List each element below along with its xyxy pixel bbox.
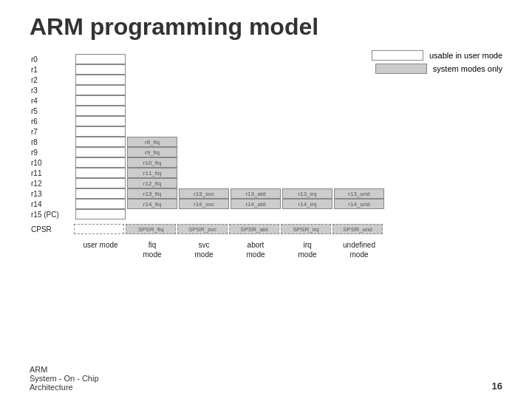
reg-cell-1-5 xyxy=(127,106,177,116)
reg-cell-5-5 xyxy=(334,106,384,116)
reg-label: r8 xyxy=(30,137,72,147)
reg-cell-4-13: r13_irq xyxy=(282,188,332,199)
reg-cell-2-7 xyxy=(179,126,229,137)
bottom-bar: ARM System - On - Chip Architecture 16 xyxy=(0,365,532,392)
cpsr-cell-1: SPSR_fiq xyxy=(126,224,176,234)
reg-label: r10 xyxy=(30,157,72,168)
reg-cell-1-0 xyxy=(127,54,177,64)
reg-labels: r0r1r2r3r4r5r6r7r8r9r10r11r12r13r14r15 (… xyxy=(30,54,72,219)
mode-label-1: fiqmode xyxy=(127,240,177,259)
reg-cell-2-15 xyxy=(179,209,229,219)
mode-label-3: abortmode xyxy=(231,240,281,259)
reg-cell-5-15 xyxy=(334,209,384,219)
reg-cell-1-12: r12_fiq xyxy=(127,178,177,188)
reg-col-0 xyxy=(75,54,126,219)
reg-col-2: r13_svcr14_svc xyxy=(179,54,229,219)
reg-cell-3-7 xyxy=(231,126,281,137)
reg-cell-5-10 xyxy=(334,157,384,168)
reg-cell-1-6 xyxy=(127,116,177,126)
reg-cell-3-10 xyxy=(231,157,281,168)
main-content: r0r1r2r3r4r5r6r7r8r9r10r11r12r13r14r15 (… xyxy=(0,48,532,259)
reg-cell-3-2 xyxy=(231,75,281,85)
reg-cell-2-1 xyxy=(179,64,229,75)
reg-cell-0-13 xyxy=(75,188,126,199)
reg-cell-4-1 xyxy=(282,64,332,75)
reg-cell-1-13: r13_fiq xyxy=(127,188,177,199)
reg-label: r12 xyxy=(30,178,72,188)
reg-label: r13 xyxy=(30,188,72,199)
reg-cell-0-7 xyxy=(75,126,126,137)
reg-cell-5-2 xyxy=(334,75,384,85)
reg-cell-4-4 xyxy=(282,95,332,106)
legend-white-box xyxy=(372,50,423,61)
reg-cell-0-2 xyxy=(75,75,126,85)
reg-label: r7 xyxy=(30,126,72,137)
reg-label: r14 xyxy=(30,199,72,209)
reg-cell-4-0 xyxy=(282,54,332,64)
cpsr-cell-4: SPSR_irq xyxy=(281,224,331,234)
reg-cell-5-9 xyxy=(334,147,384,157)
reg-cell-3-14: r14_abt xyxy=(231,199,281,209)
reg-cell-3-5 xyxy=(231,106,281,116)
reg-cell-3-6 xyxy=(231,116,281,126)
mode-label-4: irqmode xyxy=(282,240,332,259)
reg-cell-4-2 xyxy=(282,75,332,85)
registers-area: r0r1r2r3r4r5r6r7r8r9r10r11r12r13r14r15 (… xyxy=(30,54,502,219)
reg-cell-5-14: r14_und xyxy=(334,199,384,209)
cpsr-row: CPSR SPSR_fiqSPSR_svcSPSR_abtSPSR_irqSPS… xyxy=(30,224,502,234)
reg-cell-2-8 xyxy=(179,137,229,147)
reg-cell-2-3 xyxy=(179,85,229,95)
reg-cell-4-9 xyxy=(282,147,332,157)
reg-cell-3-15 xyxy=(231,209,281,219)
reg-cell-5-8 xyxy=(334,137,384,147)
cpsr-cell-3: SPSR_abt xyxy=(229,224,279,234)
reg-label: r6 xyxy=(30,116,72,126)
reg-cell-4-14: r14_irq xyxy=(282,199,332,209)
footer-subtitle: System - On - Chip Architecture xyxy=(30,374,99,392)
reg-label: r15 (PC) xyxy=(30,209,72,219)
mode-label-0: user mode xyxy=(75,240,126,259)
legend: usable in user mode system modes only xyxy=(372,50,502,74)
reg-cell-3-8 xyxy=(231,137,281,147)
mode-label-2: svcmode xyxy=(179,240,229,259)
reg-col-5: r13_undr14_und xyxy=(334,54,384,219)
reg-cell-1-15 xyxy=(127,209,177,219)
reg-cell-4-8 xyxy=(282,137,332,147)
reg-columns: r8_fiqr9_fiqr10_fiqr11_fiqr12_fiqr13_fiq… xyxy=(75,54,502,219)
reg-label: r4 xyxy=(30,95,72,106)
reg-cell-0-5 xyxy=(75,106,126,116)
reg-cell-1-14: r14_fiq xyxy=(127,199,177,209)
reg-cell-0-14 xyxy=(75,199,126,209)
reg-cell-2-13: r13_svc xyxy=(179,188,229,199)
reg-label: r9 xyxy=(30,147,72,157)
reg-cell-1-4 xyxy=(127,95,177,106)
reg-cell-0-6 xyxy=(75,116,126,126)
reg-cell-1-3 xyxy=(127,85,177,95)
legend-white: usable in user mode xyxy=(372,50,502,61)
reg-cell-4-10 xyxy=(282,157,332,168)
reg-cell-4-7 xyxy=(282,126,332,137)
reg-col-3: r13_abtr14_abt xyxy=(231,54,281,219)
reg-cell-5-4 xyxy=(334,95,384,106)
reg-cell-2-10 xyxy=(179,157,229,168)
reg-cell-2-5 xyxy=(179,106,229,116)
reg-cell-3-9 xyxy=(231,147,281,157)
legend-gray-box xyxy=(375,64,427,74)
reg-cell-2-9 xyxy=(179,147,229,157)
reg-cell-2-0 xyxy=(179,54,229,64)
reg-col-4: r13_irqr14_irq xyxy=(282,54,332,219)
footer-left: ARM System - On - Chip Architecture xyxy=(30,365,99,392)
reg-cell-1-2 xyxy=(127,75,177,85)
reg-cell-5-6 xyxy=(334,116,384,126)
page-number: 16 xyxy=(492,381,502,392)
reg-cell-2-14: r14_svc xyxy=(179,199,229,209)
reg-cell-4-5 xyxy=(282,106,332,116)
reg-cell-0-1 xyxy=(75,64,126,75)
reg-cell-0-10 xyxy=(75,157,126,168)
reg-cell-3-12 xyxy=(231,178,281,188)
reg-cell-3-11 xyxy=(231,168,281,178)
footer-arm: ARM xyxy=(30,365,47,374)
reg-cell-2-2 xyxy=(179,75,229,85)
legend-gray-label: system modes only xyxy=(433,64,502,73)
reg-cell-5-11 xyxy=(334,168,384,178)
